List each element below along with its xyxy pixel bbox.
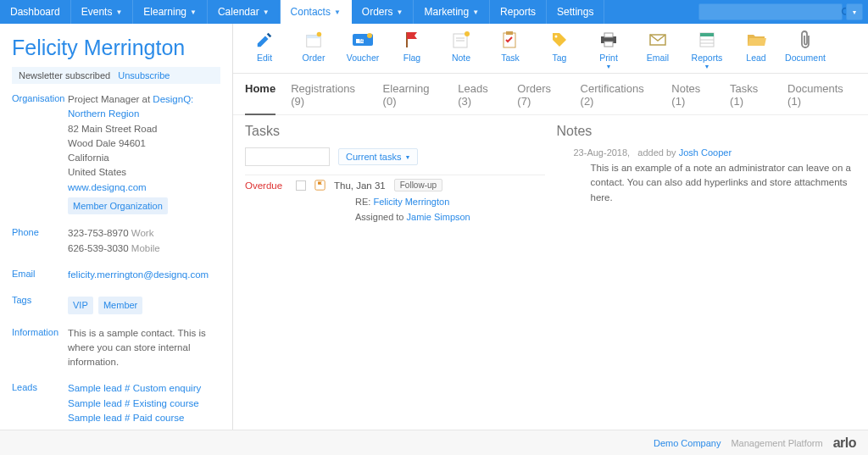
chevron-down-icon: ▼ bbox=[606, 64, 612, 69]
unsubscribe-link[interactable]: Unsubscribe bbox=[118, 70, 170, 80]
nav-marketing[interactable]: Marketing▼ bbox=[414, 0, 490, 24]
contact-sidebar: Felicity Merrington Newsletter subscribe… bbox=[0, 24, 232, 430]
document-button[interactable]: Document bbox=[786, 29, 825, 69]
tag-button[interactable]: Tag bbox=[540, 29, 579, 69]
edit-button[interactable]: Edit bbox=[245, 29, 284, 69]
note-body: This is an example of a note an administ… bbox=[557, 161, 857, 205]
contact-role: Project Manager at bbox=[68, 94, 153, 104]
notes-heading: Notes bbox=[557, 124, 857, 139]
tab-orders[interactable]: Orders (7) bbox=[517, 82, 565, 114]
chevron-down-icon: ▼ bbox=[190, 8, 197, 16]
overdue-label: Overdue bbox=[245, 180, 287, 191]
website-link[interactable]: www.designq.com bbox=[68, 182, 147, 192]
tab-tasks[interactable]: Tasks (1) bbox=[730, 82, 772, 114]
email-link[interactable]: felicity.merrington@designq.com bbox=[68, 269, 209, 280]
task-assignee-link[interactable]: Jamie Simpson bbox=[407, 212, 470, 222]
chevron-down-icon: ▼ bbox=[704, 64, 710, 69]
nav-reports[interactable]: Reports bbox=[490, 0, 547, 24]
svg-point-8 bbox=[367, 33, 372, 38]
newsletter-status: Newsletter subscribed bbox=[19, 70, 110, 80]
search-input[interactable] bbox=[699, 6, 837, 18]
tag-member[interactable]: Member bbox=[98, 297, 142, 314]
information-text: This is a sample contact. This is where … bbox=[68, 326, 220, 370]
svg-rect-21 bbox=[700, 33, 714, 36]
nav-settings[interactable]: Settings bbox=[547, 0, 604, 24]
action-toolbar: Edit Order 50 Voucher Flag Note Task bbox=[233, 24, 868, 74]
top-nav: Dashboard Events▼ Elearning▼ Calendar▼ C… bbox=[0, 0, 868, 24]
lead-button[interactable]: Lead bbox=[737, 29, 776, 69]
order-button[interactable]: Order bbox=[294, 29, 333, 69]
svg-point-4 bbox=[317, 32, 322, 37]
task-checkbox[interactable] bbox=[296, 180, 306, 191]
newsletter-bar: Newsletter subscribed Unsubscribe bbox=[12, 67, 220, 84]
tag-vip[interactable]: VIP bbox=[68, 297, 93, 314]
lead-link[interactable]: Sample lead # Paid course bbox=[68, 413, 184, 423]
svg-rect-18 bbox=[604, 42, 613, 47]
current-tasks-button[interactable]: Current tasks ▼ bbox=[338, 148, 418, 165]
address-line: United States bbox=[68, 167, 126, 177]
search-input-wrap bbox=[698, 3, 843, 20]
chevron-down-icon: ▼ bbox=[115, 8, 122, 16]
information-label: Information bbox=[12, 326, 68, 370]
tag-icon bbox=[548, 29, 571, 51]
paperclip-icon bbox=[793, 29, 817, 51]
pencil-icon bbox=[253, 29, 276, 51]
tab-documents[interactable]: Documents (1) bbox=[787, 82, 856, 114]
phone-label: Phone bbox=[12, 226, 68, 256]
followup-pill: Follow-up bbox=[394, 179, 442, 191]
chevron-down-icon: ▼ bbox=[334, 8, 341, 16]
voucher-button[interactable]: 50 Voucher bbox=[343, 29, 382, 69]
nav-contacts[interactable]: Contacts▼ bbox=[281, 0, 352, 24]
reports-button[interactable]: Reports▼ bbox=[687, 29, 726, 69]
tab-registrations[interactable]: Registrations (9) bbox=[291, 82, 367, 114]
nav-dashboard[interactable]: Dashboard bbox=[0, 0, 71, 24]
user-menu-button[interactable]: ▾ bbox=[846, 3, 863, 20]
tab-notes[interactable]: Notes (1) bbox=[671, 82, 715, 114]
nav-orders[interactable]: Orders▼ bbox=[352, 0, 415, 24]
chevron-down-icon: ▼ bbox=[472, 8, 479, 16]
arlo-logo: arlo bbox=[833, 436, 856, 451]
address-line: Wood Dale 94601 bbox=[68, 138, 146, 148]
note-sparkle-icon bbox=[449, 29, 473, 51]
task-row: Overdue Thu, Jan 31 Follow-up bbox=[245, 175, 545, 195]
task-re-link[interactable]: Felicity Merrington bbox=[373, 197, 449, 207]
printer-icon bbox=[597, 29, 620, 51]
notes-pane: Notes 23-Aug-2018, added by Josh Cooper … bbox=[557, 124, 857, 421]
tasks-pane: Tasks Current tasks ▼ Overdue Thu, Jan 3… bbox=[245, 124, 545, 421]
address-line: California bbox=[68, 153, 109, 163]
phone-kind: Work bbox=[131, 228, 154, 238]
chevron-down-icon: ▼ bbox=[404, 154, 410, 160]
lead-link[interactable]: Sample lead # Existing course bbox=[68, 398, 199, 408]
chevron-down-icon: ▼ bbox=[397, 8, 403, 16]
svg-point-15 bbox=[555, 36, 558, 38]
tab-elearning[interactable]: Elearning (0) bbox=[383, 82, 443, 114]
svg-rect-14 bbox=[506, 31, 513, 35]
flag-icon[interactable] bbox=[314, 180, 326, 191]
nav-events[interactable]: Events▼ bbox=[71, 0, 134, 24]
print-button[interactable]: Print▼ bbox=[589, 29, 628, 69]
envelope-icon bbox=[646, 29, 670, 51]
nav-calendar[interactable]: Calendar▼ bbox=[208, 0, 281, 24]
member-org-badge[interactable]: Member Organization bbox=[68, 197, 168, 215]
tab-leads[interactable]: Leads (3) bbox=[458, 82, 502, 114]
lead-link[interactable]: Sample lead # Custom enquiry bbox=[68, 383, 201, 393]
svg-point-12 bbox=[465, 31, 470, 36]
email-label: Email bbox=[12, 268, 68, 282]
tasks-heading: Tasks bbox=[245, 124, 545, 139]
task-filter-input[interactable] bbox=[245, 147, 330, 166]
tab-home[interactable]: Home bbox=[245, 82, 275, 115]
tab-certifications[interactable]: Certifications (2) bbox=[581, 82, 657, 114]
flag-button[interactable]: Flag bbox=[392, 29, 431, 69]
nav-elearning[interactable]: Elearning▼ bbox=[133, 0, 208, 24]
note-button[interactable]: Note bbox=[442, 29, 481, 69]
task-button[interactable]: Task bbox=[491, 29, 530, 69]
phone-kind: Mobile bbox=[131, 243, 160, 253]
address-line: 82 Main Street Road bbox=[68, 124, 157, 134]
email-button[interactable]: Email bbox=[638, 29, 677, 69]
demo-company-link[interactable]: Demo Company bbox=[654, 438, 721, 448]
note-author-link[interactable]: Josh Cooper bbox=[679, 147, 732, 158]
phone-value: 626-539-3030 bbox=[68, 243, 129, 253]
leads-label: Leads bbox=[12, 381, 68, 425]
main-panel: Edit Order 50 Voucher Flag Note Task bbox=[232, 24, 868, 430]
task-clipboard-icon bbox=[498, 29, 522, 51]
